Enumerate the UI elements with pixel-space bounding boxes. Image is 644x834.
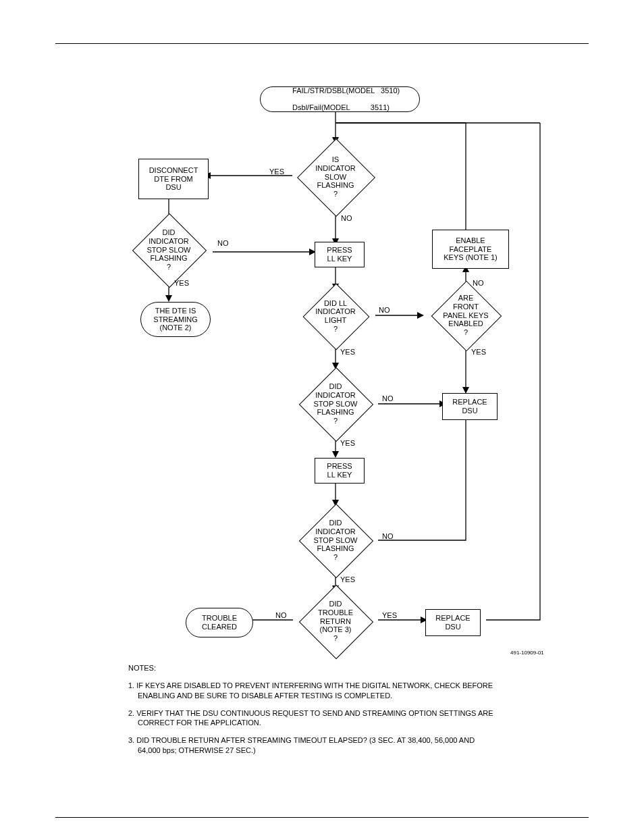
notes-title: NOTES: xyxy=(128,663,587,673)
label-yes: YES xyxy=(340,575,355,583)
decision-did-stop-2: DID INDICATOR STOP SLOW FLASHING ? xyxy=(294,368,377,440)
decision-text: DID LL INDICATOR LIGHT ? xyxy=(298,282,373,350)
decision-is-indicator-slow: IS INDICATOR SLOW FLASHING ? xyxy=(297,138,374,215)
process-replace-dsu-1: REPLACE DSU xyxy=(442,393,498,420)
process-press-ll-1: PRESS LL KEY xyxy=(315,242,365,267)
decision-are-keys-enabled: ARE FRONT PANEL KEYS ENABLED ? xyxy=(424,281,508,350)
svg-marker-8 xyxy=(165,295,172,302)
label-yes: YES xyxy=(471,348,486,356)
decision-did-stop-3: DID INDICATOR STOP SLOW FLASHING ? xyxy=(294,504,377,576)
start-line1: FAIL/STR/DSBL(MODEL 3510) xyxy=(292,86,400,95)
decision-text: IS INDICATOR SLOW FLASHING ? xyxy=(297,138,374,215)
label-no: NO xyxy=(379,306,390,314)
terminal-streaming: THE DTE IS STREAMING (NOTE 2) xyxy=(140,302,211,337)
decision-text: DID TROUBLE RETURN (NOTE 3) ? xyxy=(294,585,377,657)
svg-marker-15 xyxy=(417,312,424,319)
process-press-ll-2: PRESS LL KEY xyxy=(315,458,365,484)
note-1a: 1. IF KEYS ARE DISABLED TO PREVENT INTER… xyxy=(128,681,493,689)
note-3b: 64,000 bps; OTHERWISE 27 SEC.) xyxy=(128,746,256,754)
label-yes: YES xyxy=(382,611,397,619)
label-no: NO xyxy=(473,279,484,287)
process-replace-dsu-2: REPLACE DSU xyxy=(425,609,481,636)
note-3a: 3. DID TROUBLE RETURN AFTER STREAMING TI… xyxy=(128,736,475,744)
label-yes: YES xyxy=(174,279,189,287)
decision-text: DID INDICATOR STOP SLOW FLASHING ? xyxy=(294,368,377,440)
label-no: NO xyxy=(341,214,352,222)
decision-did-ll-light: DID LL INDICATOR LIGHT ? xyxy=(298,282,373,350)
start-line2: Dsbl/Fail(MODEL 3511) xyxy=(292,103,390,111)
start-terminal: FAIL/STR/DSBL(MODEL 3510) Dsbl/Fail(MODE… xyxy=(260,86,420,112)
svg-marker-22 xyxy=(332,451,339,458)
label-no: NO xyxy=(382,532,394,540)
note-1b: ENABLING AND BE SURE TO DISABLE AFTER TE… xyxy=(128,692,392,700)
decision-did-trouble-return: DID TROUBLE RETURN (NOTE 3) ? xyxy=(294,585,377,657)
label-yes: YES xyxy=(269,167,284,176)
decision-text: DID INDICATOR STOP SLOW FLASHING ? xyxy=(294,504,377,576)
decision-did-stop-left: DID INDICATOR STOP SLOW FLASHING ? xyxy=(127,216,211,284)
label-yes: YES xyxy=(340,348,355,356)
figure-number: 491-10909-01 xyxy=(510,650,544,656)
note-2b: CORRECT FOR THE APPLICATION. xyxy=(128,719,261,727)
label-no: NO xyxy=(275,611,287,619)
label-no: NO xyxy=(217,239,229,247)
process-enable-keys: ENABLE FACEPLATE KEYS (NOTE 1) xyxy=(432,230,509,269)
page: FAIL/STR/DSBL(MODEL 3510) Dsbl/Fail(MODE… xyxy=(0,0,644,834)
terminal-trouble-cleared: TROUBLE CLEARED xyxy=(186,608,253,637)
process-disconnect: DISCONNECT DTE FROM DSU xyxy=(138,159,209,199)
label-no: NO xyxy=(382,394,394,402)
notes-block: NOTES: 1. IF KEYS ARE DISABLED TO PREVEN… xyxy=(128,663,587,763)
label-yes: YES xyxy=(340,439,355,447)
decision-text: ARE FRONT PANEL KEYS ENABLED ? xyxy=(424,281,508,350)
note-2a: 2. VERIFY THAT THE DSU CONTINUOUS REQUES… xyxy=(128,709,493,717)
decision-text: DID INDICATOR STOP SLOW FLASHING ? xyxy=(127,216,211,284)
